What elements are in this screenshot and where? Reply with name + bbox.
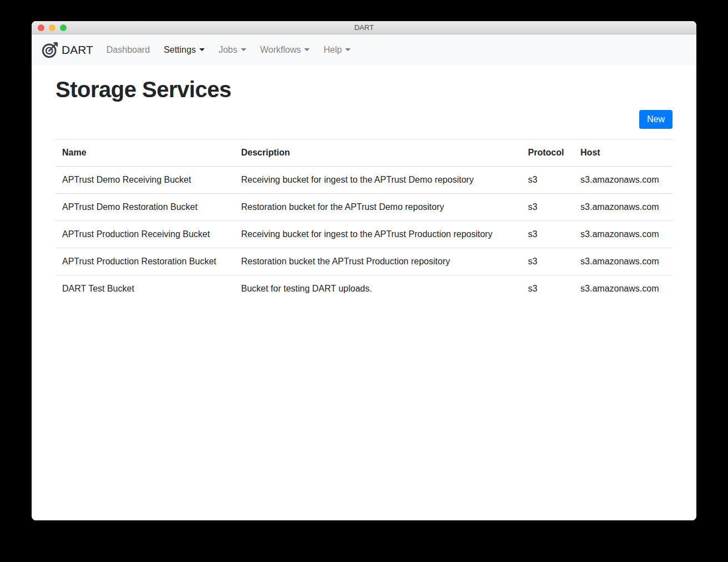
nav-item-label: Workflows (260, 45, 301, 55)
chevron-down-icon (199, 48, 205, 51)
nav-item-label: Settings (164, 45, 196, 55)
table-row[interactable]: APTrust Production Restoration Bucket Re… (55, 248, 673, 275)
cell-description: Restoration bucket for the APTrust Demo … (234, 194, 521, 221)
window-title: DART (354, 23, 373, 32)
brand-label: DART (62, 43, 93, 57)
cell-name: APTrust Production Receiving Bucket (55, 221, 234, 248)
column-header-protocol: Protocol (522, 139, 574, 167)
nav-item-dashboard[interactable]: Dashboard (102, 41, 154, 59)
table-row[interactable]: APTrust Production Receiving Bucket Rece… (55, 221, 673, 248)
nav-item-label: Dashboard (107, 45, 150, 55)
nav-item-label: Jobs (219, 45, 237, 55)
minimize-button[interactable] (49, 24, 55, 31)
close-button[interactable] (38, 24, 44, 31)
brand-link[interactable]: DART (42, 41, 93, 59)
app-window: DART DART Dashboard Settings Jobs Workfl… (32, 21, 696, 520)
cell-name: APTrust Production Restoration Bucket (55, 248, 234, 275)
cell-host: s3.amazonaws.com (574, 167, 673, 194)
nav-item-settings[interactable]: Settings (159, 41, 209, 59)
cell-description: Bucket for testing DART uploads. (234, 275, 521, 303)
dart-target-icon (42, 41, 59, 59)
cell-protocol: s3 (522, 167, 574, 194)
cell-host: s3.amazonaws.com (574, 248, 673, 275)
navbar: DART Dashboard Settings Jobs Workflows H… (32, 34, 696, 65)
table-row[interactable]: APTrust Demo Receiving Bucket Receiving … (55, 167, 673, 194)
column-header-host: Host (574, 139, 673, 167)
column-header-description: Description (234, 139, 521, 167)
cell-protocol: s3 (522, 248, 574, 275)
cell-description: Restoration bucket the APTrust Productio… (234, 248, 521, 275)
cell-name: APTrust Demo Receiving Bucket (55, 167, 234, 194)
cell-protocol: s3 (522, 194, 574, 221)
actions-row: New (55, 110, 673, 129)
chevron-down-icon (241, 48, 246, 51)
cell-name: DART Test Bucket (55, 275, 234, 303)
traffic-lights (38, 21, 67, 34)
cell-protocol: s3 (522, 221, 574, 248)
column-header-name: Name (55, 139, 234, 167)
nav-item-label: Help (323, 45, 342, 55)
cell-host: s3.amazonaws.com (574, 194, 673, 221)
zoom-button[interactable] (60, 24, 67, 31)
table-header-row: Name Description Protocol Host (55, 139, 673, 167)
chevron-down-icon (345, 48, 351, 51)
cell-name: APTrust Demo Restoration Bucket (55, 194, 234, 221)
table-row[interactable]: APTrust Demo Restoration Bucket Restorat… (55, 194, 673, 221)
new-button[interactable]: New (639, 110, 673, 129)
nav-item-workflows[interactable]: Workflows (256, 41, 315, 59)
cell-protocol: s3 (522, 275, 574, 303)
storage-services-table: Name Description Protocol Host APTrust D… (55, 139, 673, 302)
cell-description: Receiving bucket for ingest to the APTru… (234, 167, 521, 194)
cell-description: Receiving bucket for ingest to the APTru… (234, 221, 521, 248)
chevron-down-icon (304, 48, 310, 51)
page-title: Storage Services (55, 77, 673, 102)
cell-host: s3.amazonaws.com (574, 275, 673, 303)
table-row[interactable]: DART Test Bucket Bucket for testing DART… (55, 275, 673, 303)
main-content: Storage Services New Name Description Pr… (32, 65, 696, 520)
nav-item-jobs[interactable]: Jobs (214, 41, 251, 59)
cell-host: s3.amazonaws.com (574, 221, 673, 248)
window-titlebar[interactable]: DART (32, 21, 696, 34)
nav-item-help[interactable]: Help (319, 41, 355, 59)
